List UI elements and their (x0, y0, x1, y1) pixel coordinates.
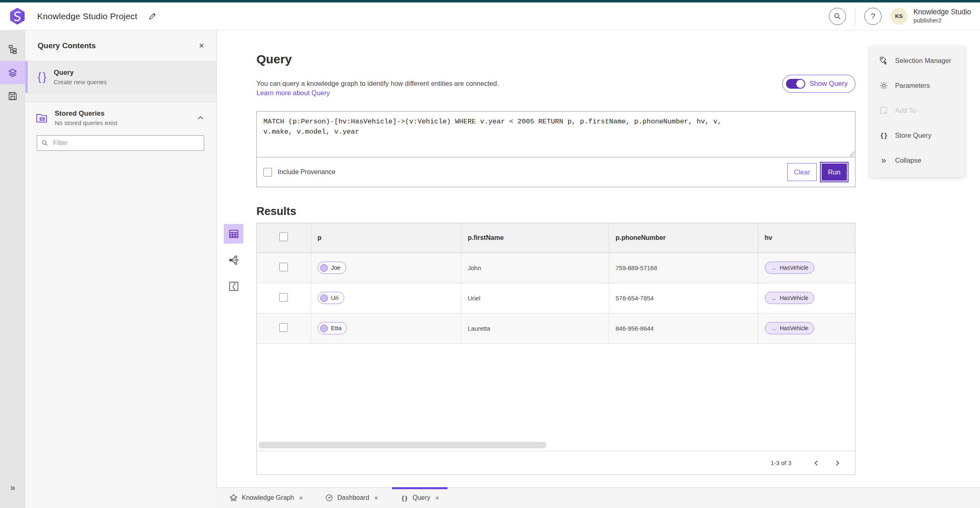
next-page-button[interactable] (831, 457, 844, 469)
table-icon (228, 228, 239, 239)
relationship-pill[interactable]: →HasVehicle (765, 322, 814, 334)
edit-title-icon[interactable] (148, 12, 157, 21)
tab-label: Knowledge Graph (242, 494, 294, 501)
entity-pill[interactable]: Uri (318, 292, 345, 304)
gear-icon (879, 81, 889, 91)
collapse-icon: » (879, 156, 889, 166)
row-checkbox[interactable] (279, 293, 288, 302)
page-title: Knowledge Studio Project (37, 11, 137, 21)
knowledge-studio-app: Knowledge Studio Project ? KS Knowledge … (0, 0, 980, 508)
close-tab-icon[interactable]: × (374, 495, 378, 501)
panel-spacer (25, 93, 216, 102)
close-tab-icon[interactable]: × (299, 495, 303, 501)
tool-parameters[interactable]: Parameters (870, 73, 965, 98)
chevron-right-icon (834, 460, 841, 466)
cell-phonenumber: 759-889-57168 (609, 253, 758, 283)
help-button[interactable]: ? (864, 8, 882, 25)
resize-grip-icon[interactable] (850, 152, 855, 157)
rail-item-data-model[interactable] (0, 38, 25, 61)
learn-more-link[interactable]: Learn more about Query (256, 89, 330, 97)
arrow-icon: → (771, 295, 777, 302)
rail-expand-button[interactable]: » (0, 483, 25, 493)
braces-icon: { } (38, 71, 46, 83)
braces-icon: { } (879, 131, 889, 141)
query-editor-input[interactable]: MATCH (p:Person)-[hv:HasVehicle]->(v:Veh… (257, 112, 855, 157)
select-all-checkbox[interactable] (279, 233, 288, 241)
horizontal-scrollbar[interactable] (258, 442, 546, 448)
close-tab-icon[interactable]: × (435, 495, 439, 501)
query-item-title: Query (54, 69, 107, 77)
node-dot-icon (320, 264, 328, 272)
entity-pill[interactable]: Joe (318, 262, 346, 274)
cell-firstname: Uriel (461, 283, 609, 313)
stored-queries-text: Stored Queries No stored queries exist (55, 110, 117, 126)
relationship-pill[interactable]: →HasVehicle (765, 262, 814, 274)
clear-button[interactable]: Clear (787, 163, 817, 181)
close-panel-icon[interactable]: × (199, 41, 204, 50)
row-checkbox[interactable] (279, 263, 288, 271)
stored-queries-title: Stored Queries (55, 110, 117, 118)
tool-label: Parameters (895, 82, 930, 90)
map-view-button[interactable] (224, 276, 243, 296)
results-table: p p.firstName p.phoneNumber hv Joe John … (257, 223, 855, 344)
table-footer: 1-3 of 3 (257, 451, 855, 474)
filter-input[interactable] (52, 139, 200, 147)
chevron-up-icon[interactable] (197, 114, 204, 122)
panel-header: Query Contents × (25, 30, 216, 61)
results-table-container: p p.firstName p.phoneNumber hv Joe John … (256, 223, 855, 475)
tool-label: Store Query (895, 132, 931, 139)
table-row: Etta Lauretta 846-956-8644 →HasVehicle (257, 313, 855, 343)
knowledge-graph-icon (229, 494, 238, 502)
cell-phonenumber: 846-956-8644 (609, 313, 758, 343)
run-button[interactable]: Run (820, 162, 849, 182)
tab-dashboard[interactable]: Dashboard × (317, 488, 386, 508)
show-query-toggle[interactable]: Show Query (782, 75, 855, 93)
user-name: Knowledge Studio (913, 8, 971, 17)
include-provenance-checkbox[interactable] (263, 168, 272, 177)
dashboard-icon (325, 494, 333, 502)
link-chart-icon (228, 255, 239, 266)
app-header: Knowledge Studio Project ? KS Knowledge … (0, 2, 980, 30)
entity-pill[interactable]: Etta (318, 322, 347, 334)
previous-page-button[interactable] (810, 457, 822, 469)
table-header-row: p p.firstName p.phoneNumber hv (257, 223, 855, 253)
stored-queries-section[interactable]: Stored Queries No stored queries exist (25, 102, 216, 130)
rail-item-save[interactable] (0, 84, 25, 107)
layers-icon (7, 67, 18, 78)
tool-add-to: Add To (870, 98, 965, 123)
tool-label: Add To (895, 107, 916, 114)
node-dot-icon (320, 294, 328, 302)
header-right: ? KS Knowledge Studio publisher2 (829, 7, 973, 25)
cell-firstname: John (461, 253, 609, 283)
search-icon (833, 12, 842, 20)
avatar[interactable]: KS (891, 8, 907, 25)
app-logo-icon[interactable] (8, 7, 27, 25)
cell-firstname: Lauretta (461, 313, 609, 343)
stored-queries-subtitle: No stored queries exist (55, 119, 117, 126)
tool-store-query[interactable]: { } Store Query (870, 123, 965, 148)
user-info[interactable]: Knowledge Studio publisher2 (913, 8, 973, 25)
sidebar-item-query[interactable]: { } Query Create new queries (25, 61, 216, 93)
toggle-switch-icon (786, 79, 805, 89)
query-section-title: Query (256, 52, 292, 66)
rail-item-layers[interactable] (0, 61, 25, 84)
add-to-icon (879, 106, 889, 116)
column-header-firstname: p.firstName (461, 223, 609, 253)
arrow-icon: → (771, 264, 777, 271)
question-icon: ? (871, 12, 875, 21)
relationship-pill[interactable]: →HasVehicle (765, 292, 814, 304)
row-checkbox[interactable] (279, 323, 288, 332)
tab-knowledge-graph[interactable]: Knowledge Graph × (221, 488, 311, 508)
column-header-p: p (311, 223, 461, 253)
column-header-hv: hv (758, 223, 855, 253)
left-icon-rail: » (0, 30, 25, 508)
results-view-toolbar (224, 224, 243, 296)
cell-phonenumber: 578-654-7854 (609, 283, 758, 313)
tool-collapse[interactable]: » Collapse (870, 148, 965, 173)
tool-selection-manager[interactable]: Selection Manager (870, 48, 965, 73)
tab-query[interactable]: { } Query × (392, 488, 448, 508)
graph-view-button[interactable] (224, 250, 243, 270)
search-button[interactable] (829, 8, 846, 25)
table-view-button[interactable] (224, 224, 243, 244)
filter-field (37, 135, 204, 151)
